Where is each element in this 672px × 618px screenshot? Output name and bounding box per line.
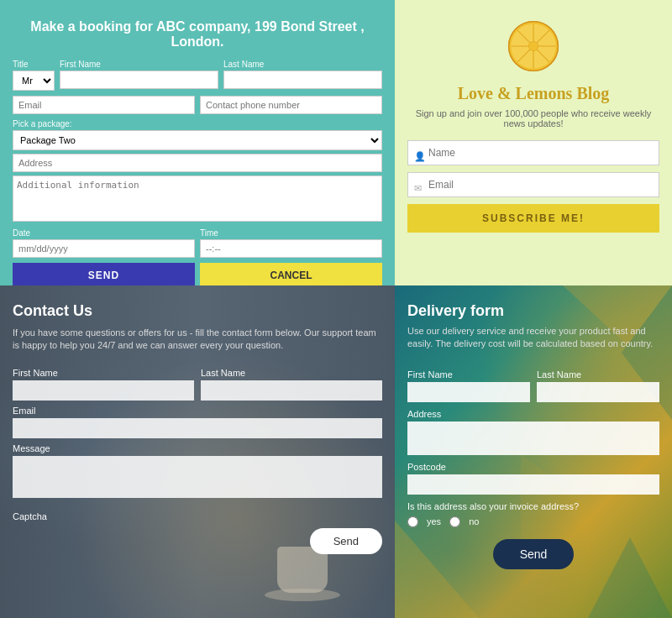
first-name-label: First Name: [60, 60, 218, 69]
contact-panel: Contact Us If you have some questions or…: [0, 285, 395, 618]
invoice-yes-label: yes: [427, 516, 441, 526]
subscribe-button[interactable]: SUBSCRIBE ME!: [407, 204, 659, 233]
contact-email-input[interactable]: [13, 418, 382, 438]
time-label: Time: [200, 228, 382, 238]
title-select[interactable]: MrMrsMsDr: [13, 71, 55, 91]
delivery-firstname-label: First Name: [407, 369, 530, 380]
contact-lastname-label: Last Name: [201, 368, 382, 378]
delivery-address-label: Address: [407, 409, 659, 419]
invoice-no-radio[interactable]: [449, 516, 460, 527]
contact-captcha-label: Captcha: [13, 511, 382, 521]
delivery-lastname-input[interactable]: [537, 382, 659, 402]
title-label: Title: [13, 60, 55, 69]
delivery-panel: Delivery form Use our delivery service a…: [395, 285, 672, 618]
delivery-lastname-label: Last Name: [537, 369, 659, 380]
first-name-input[interactable]: [60, 71, 218, 89]
date-label: Date: [13, 228, 195, 238]
delivery-radio-group: yes no: [407, 516, 659, 527]
contact-lastname-input[interactable]: [201, 380, 382, 401]
lemons-panel: Love & Lemons Blog Sign up and join over…: [395, 0, 672, 285]
contact-message-textarea[interactable]: [13, 456, 382, 498]
additional-info-textarea[interactable]: [13, 175, 382, 222]
date-input[interactable]: [13, 239, 195, 258]
delivery-postcode-input[interactable]: [407, 474, 659, 495]
contact-message-label: Message: [13, 443, 382, 453]
email-input[interactable]: [13, 96, 195, 114]
invoice-no-label: no: [469, 516, 479, 526]
delivery-send-button[interactable]: Send: [493, 539, 575, 569]
package-select[interactable]: Package Two: [13, 130, 382, 150]
lemon-icon: [504, 17, 563, 76]
contact-firstname-input[interactable]: [13, 380, 194, 401]
time-input[interactable]: [200, 239, 382, 258]
send-button[interactable]: SEND: [13, 263, 195, 288]
email-icon: ✉: [414, 183, 422, 194]
lemons-subtitle: Sign up and join over 100,000 people who…: [407, 108, 659, 128]
booking-form: Title MrMrsMsDr First Name Last Name Pic…: [8, 60, 386, 288]
contact-title: Contact Us: [13, 302, 382, 320]
delivery-content: Delivery form Use our delivery service a…: [407, 302, 659, 569]
delivery-invoice-label: Is this address also your invoice addres…: [407, 501, 659, 511]
person-icon: 👤: [414, 151, 426, 162]
booking-panel: Make a booking for ABC company, 199 Bond…: [0, 0, 395, 285]
lemons-email-input[interactable]: [407, 172, 659, 197]
delivery-firstname-input[interactable]: [407, 382, 530, 402]
delivery-title: Delivery form: [407, 302, 659, 320]
contact-form: First Name Last Name Email Message Captc…: [13, 363, 382, 521]
address-input[interactable]: [13, 154, 382, 172]
contact-content: Contact Us If you have some questions or…: [13, 302, 382, 554]
delivery-form: First Name Last Name Address Postcode Is…: [407, 363, 659, 527]
contact-send-button[interactable]: Send: [310, 528, 382, 554]
last-name-input[interactable]: [223, 71, 382, 89]
invoice-yes-radio[interactable]: [407, 516, 418, 527]
delivery-description: Use our delivery service and receive you…: [407, 325, 659, 351]
lemons-form: 👤 ✉ SUBSCRIBE ME!: [407, 140, 659, 233]
lemons-title: Love & Lemons Blog: [458, 84, 610, 103]
delivery-postcode-label: Postcode: [407, 462, 659, 472]
package-label: Pick a package:: [13, 119, 382, 128]
delivery-address-input[interactable]: [407, 422, 659, 455]
contact-description: If you have some questions or offers for…: [13, 327, 382, 353]
name-input[interactable]: [407, 140, 659, 165]
cancel-button[interactable]: CANCEL: [200, 263, 382, 288]
phone-input[interactable]: [200, 96, 382, 114]
contact-firstname-label: First Name: [13, 368, 194, 378]
booking-title: Make a booking for ABC company, 199 Bond…: [8, 19, 386, 50]
last-name-label: Last Name: [223, 60, 382, 69]
contact-email-label: Email: [13, 406, 382, 416]
svg-point-24: [528, 41, 538, 50]
